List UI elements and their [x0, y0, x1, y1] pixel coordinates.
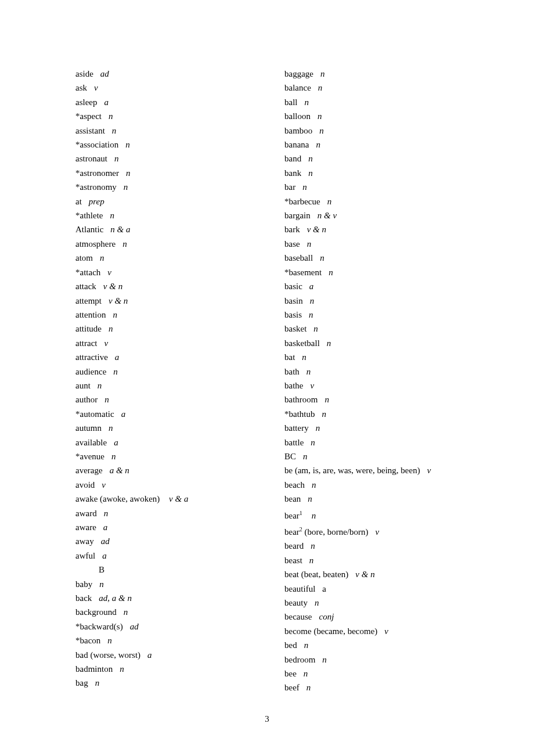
dictionary-entry: awake (awoke, awoken) v & a — [75, 492, 284, 506]
word-forms: (bore, borne/born) — [302, 527, 369, 537]
part-of-speech: n — [120, 664, 124, 674]
dictionary-entry: barkv & n — [284, 222, 493, 236]
word: avoid — [75, 480, 95, 489]
part-of-speech: n — [309, 310, 313, 319]
word: basis — [284, 310, 302, 319]
dictionary-entry: beann — [284, 492, 493, 506]
part-of-speech: n — [114, 154, 119, 163]
part-of-speech: n — [110, 211, 114, 220]
part-of-speech: n — [313, 324, 318, 333]
word: bad (worse, worst) — [75, 650, 140, 660]
part-of-speech: n — [122, 239, 127, 249]
word: be (am, is, are, was, were, being, been) — [284, 466, 420, 475]
dictionary-entry: assistantn — [75, 124, 284, 138]
dictionary-entry: basketn — [284, 322, 493, 336]
dictionary-entry: batn — [284, 350, 493, 364]
part-of-speech: v — [384, 627, 388, 636]
dictionary-entry: battlen — [284, 435, 493, 449]
part-of-speech: n — [104, 395, 109, 404]
part-of-speech: v & n — [103, 282, 122, 291]
part-of-speech: n — [109, 324, 113, 333]
dictionary-entry: awfula — [75, 549, 284, 563]
part-of-speech: a — [322, 584, 326, 593]
column-left: asideadaskvasleepa*aspectnassistantn*ass… — [75, 67, 284, 695]
word: bar — [284, 182, 295, 192]
part-of-speech: n — [322, 655, 327, 664]
word: astronaut — [75, 154, 107, 163]
part-of-speech: n — [100, 253, 104, 262]
word: Atlantic — [75, 225, 103, 234]
part-of-speech: n — [319, 126, 324, 135]
part-of-speech: n — [306, 683, 311, 692]
word: attitude — [75, 324, 102, 333]
dictionary-entry: authorn — [75, 393, 284, 406]
columns: asideadaskvasleepa*aspectnassistantn*ass… — [75, 67, 493, 695]
word: average — [75, 466, 103, 475]
part-of-speech: v — [427, 466, 431, 475]
word: beach — [284, 480, 305, 489]
dictionary-entry: backad, a & n — [75, 591, 284, 605]
part-of-speech: n — [329, 268, 333, 277]
dictionary-entry: balloonn — [284, 109, 493, 123]
word: basic — [284, 282, 302, 291]
part-of-speech: n — [316, 140, 320, 149]
word: beat (beat, beaten) — [284, 570, 348, 579]
dictionary-entry: babyn — [75, 577, 284, 591]
word: battle — [284, 438, 304, 447]
dictionary-entry: *automatica — [75, 407, 284, 421]
word: attempt — [75, 296, 102, 305]
word: balloon — [284, 111, 311, 121]
dictionary-entry: *astronomyn — [75, 180, 284, 194]
dictionary-entry: basinn — [284, 294, 493, 308]
dictionary-entry: bagn — [75, 676, 284, 690]
word: away — [75, 537, 94, 546]
part-of-speech: n — [305, 98, 309, 107]
part-of-speech: v & n — [109, 296, 128, 305]
part-of-speech: a — [309, 282, 314, 291]
part-of-speech: v — [102, 480, 106, 489]
dictionary-entry: asleepa — [75, 95, 284, 109]
dictionary-entry: bear2 (bore, borne/born)v — [284, 523, 493, 539]
dictionary-entry: auntn — [75, 379, 284, 393]
word: banana — [284, 140, 309, 149]
dictionary-entry: awardn — [75, 506, 284, 520]
part-of-speech: n — [113, 310, 118, 319]
dictionary-entry: awayad — [75, 534, 284, 548]
part-of-speech: prep — [89, 197, 104, 206]
part-of-speech: n — [307, 239, 312, 249]
word: bee — [284, 669, 297, 678]
part-of-speech: v & n — [355, 570, 374, 579]
part-of-speech: n — [125, 140, 130, 149]
word: atmosphere — [75, 239, 116, 249]
dictionary-entry: avoidv — [75, 478, 284, 492]
part-of-speech: conj — [319, 612, 334, 621]
dictionary-entry: bedroomn — [284, 653, 493, 667]
word: badminton — [75, 664, 113, 674]
word: attractive — [75, 352, 108, 362]
word: *aspect — [75, 111, 102, 121]
word: *barbecue — [284, 197, 320, 206]
dictionary-entry: Atlanticn & a — [75, 222, 284, 236]
part-of-speech: a — [104, 98, 109, 107]
part-of-speech: n — [302, 352, 306, 362]
part-of-speech: n — [320, 69, 325, 78]
superscript: 1 — [300, 510, 302, 516]
word: baggage — [284, 69, 313, 78]
dictionary-entry: *backward(s)ad — [75, 620, 284, 633]
dictionary-entry: basisn — [284, 308, 493, 322]
section-heading: B — [75, 563, 284, 577]
dictionary-entry: bedn — [284, 638, 493, 652]
part-of-speech: v & a — [169, 494, 188, 503]
word: beard — [284, 541, 304, 550]
part-of-speech: ad — [101, 537, 110, 546]
word: bathroom — [284, 395, 318, 404]
part-of-speech: n — [113, 367, 118, 376]
dictionary-entry: availablea — [75, 435, 284, 449]
dictionary-entry: bargainn & v — [284, 208, 493, 222]
word: base — [284, 239, 300, 249]
dictionary-entry: astronautn — [75, 152, 284, 165]
word: asleep — [75, 98, 97, 107]
word: aside — [75, 69, 93, 78]
word: autumn — [75, 423, 102, 433]
word: *attach — [75, 268, 100, 277]
